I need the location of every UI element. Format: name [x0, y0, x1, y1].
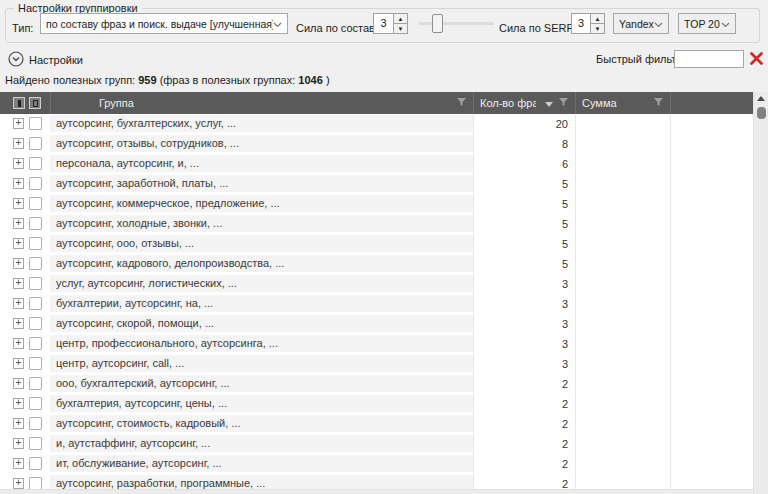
table-row[interactable]: + бухгалтерия, аутсорсинг, цены, ... 2	[0, 394, 753, 414]
table-row[interactable]: + аутсорсинг, бухгалтерских, услуг, ... …	[0, 114, 753, 134]
quick-filter-input[interactable]	[674, 50, 744, 68]
type-label: Тип:	[12, 18, 33, 39]
row-checkbox[interactable]	[29, 157, 42, 170]
row-checkbox[interactable]	[29, 417, 42, 430]
column-header-count[interactable]: Кол-во фра	[473, 92, 575, 114]
expand-row-icon[interactable]: +	[13, 198, 24, 209]
group-name-cell: аутсорсинг, бухгалтерских, услуг, ...	[50, 115, 473, 132]
table-row[interactable]: + аутсорсинг, заработной, платы, ... 5	[0, 174, 753, 194]
expand-row-icon[interactable]: +	[13, 478, 24, 489]
row-checkbox[interactable]	[29, 217, 42, 230]
group-name-cell: центр, профессионального, аутсорсинга, .…	[50, 335, 473, 352]
table-row[interactable]: + аутсорсинг, отзывы, сотрудников, ... 8	[0, 134, 753, 154]
expand-row-icon[interactable]: +	[13, 358, 24, 369]
strength-serp-label: Сила по SERP:	[499, 18, 577, 39]
table-row[interactable]: + услуг, аутсорсинг, логистических, ... …	[0, 274, 753, 294]
phrase-count-cell: 5	[473, 234, 575, 254]
row-checkbox[interactable]	[29, 457, 42, 470]
expand-row-icon[interactable]: +	[13, 278, 24, 289]
horizontal-scrollbar[interactable]	[0, 489, 753, 494]
row-checkbox[interactable]	[29, 117, 42, 130]
clear-filter-button[interactable]	[749, 51, 765, 67]
row-checkbox[interactable]	[29, 337, 42, 350]
column-header-sum[interactable]: Сумма	[575, 92, 670, 114]
table-row[interactable]: + аутсорсинг, холодные, звонки, ... 5	[0, 214, 753, 234]
scroll-up-icon[interactable]	[754, 92, 768, 105]
expand-all-icon[interactable]	[29, 97, 41, 109]
table-row[interactable]: + аутсорсинг, ооо, отзывы, ... 5	[0, 234, 753, 254]
stepper-down-icon[interactable]: ▼	[394, 24, 407, 33]
top-depth-select[interactable]: TOP 20	[678, 13, 736, 34]
row-checkbox[interactable]	[29, 197, 42, 210]
expand-row-icon[interactable]: +	[13, 338, 24, 349]
sort-descending-icon[interactable]	[545, 97, 553, 109]
table-row[interactable]: + аутсорсинг, стоимость, кадровый, ... 2	[0, 414, 753, 434]
table-row[interactable]: + персонала, аутсорсинг, и, ... 6	[0, 154, 753, 174]
row-checkbox[interactable]	[29, 277, 42, 290]
strength-composition-stepper[interactable]: 3 ▲ ▼	[373, 13, 408, 34]
table-row[interactable]: + центр, аутсорсинг, call, ... 3	[0, 354, 753, 374]
phrase-count-cell: 3	[473, 334, 575, 354]
row-checkbox[interactable]	[29, 377, 42, 390]
vertical-scrollbar[interactable]	[753, 92, 768, 494]
group-name-cell: и, аутстаффинг, аутсорсинг, ...	[50, 435, 473, 452]
expand-row-icon[interactable]: +	[13, 458, 24, 469]
slider-thumb[interactable]	[432, 14, 443, 33]
group-name-cell: аутсорсинг, кадрового, делопроизводства,…	[50, 255, 473, 272]
row-checkbox[interactable]	[29, 317, 42, 330]
slider-track[interactable]	[419, 22, 494, 25]
settings-expander-label: Настройки	[29, 54, 83, 66]
expand-row-icon[interactable]: +	[13, 218, 24, 229]
table-row[interactable]: + аутсорсинг, скорой, помощи, ... 3	[0, 314, 753, 334]
row-checkbox[interactable]	[29, 237, 42, 250]
group-name-cell: аутсорсинг, скорой, помощи, ...	[50, 315, 473, 332]
settings-expander[interactable]: Настройки	[8, 51, 83, 69]
filter-funnel-icon[interactable]	[456, 97, 467, 109]
row-checkbox[interactable]	[29, 357, 42, 370]
groups-table: + аутсорсинг, бухгалтерских, услуг, ... …	[0, 114, 753, 494]
strength-serp-stepper[interactable]: 3 ▲ ▼	[571, 13, 605, 34]
filter-funnel-icon[interactable]	[558, 97, 569, 109]
table-row[interactable]: + аутсорсинг, кадрового, делопроизводств…	[0, 254, 753, 274]
strength-slider[interactable]	[419, 13, 494, 34]
expand-row-icon[interactable]: +	[13, 298, 24, 309]
grouping-type-value: по составу фраз и поиск. выдаче [улучшен…	[46, 18, 273, 30]
expand-row-icon[interactable]: +	[13, 418, 24, 429]
expand-row-icon[interactable]: +	[13, 398, 24, 409]
table-row[interactable]: + ит, обслуживание, аутсорсинг, ... 2	[0, 454, 753, 474]
group-name-cell: аутсорсинг, заработной, платы, ...	[50, 175, 473, 192]
column-header-group[interactable]: Группа	[50, 92, 473, 114]
expand-row-icon[interactable]: +	[13, 318, 24, 329]
table-row[interactable]: + ооо, бухгалтерский, аутсорсинг, ... 2	[0, 374, 753, 394]
expand-row-icon[interactable]: +	[13, 258, 24, 269]
expand-row-icon[interactable]: +	[13, 138, 24, 149]
row-checkbox[interactable]	[29, 297, 42, 310]
stepper-down-icon[interactable]: ▼	[591, 24, 604, 33]
table-row[interactable]: + и, аутстаффинг, аутсорсинг, ... 2	[0, 434, 753, 454]
grouping-type-select[interactable]: по составу фраз и поиск. выдаче [улучшен…	[40, 13, 288, 34]
group-name-cell: услуг, аутсорсинг, логистических, ...	[50, 275, 473, 292]
expand-row-icon[interactable]: +	[13, 378, 24, 389]
row-checkbox[interactable]	[29, 177, 42, 190]
table-row[interactable]: + бухгалтерии, аутсорсинг, на, ... 3	[0, 294, 753, 314]
row-checkbox[interactable]	[29, 257, 42, 270]
search-engine-select[interactable]: Yandex	[613, 13, 669, 34]
stepper-up-icon[interactable]: ▲	[591, 14, 604, 24]
phrase-count-cell: 2	[473, 394, 575, 414]
row-checkbox[interactable]	[29, 137, 42, 150]
scrollbar-thumb[interactable]	[757, 107, 766, 119]
row-checkbox[interactable]	[29, 397, 42, 410]
collapse-all-icon[interactable]	[13, 97, 25, 109]
table-row[interactable]: + аутсорсинг, коммерческое, предложение,…	[0, 194, 753, 214]
expand-row-icon[interactable]: +	[13, 158, 24, 169]
expand-row-icon[interactable]: +	[13, 118, 24, 129]
filter-funnel-icon[interactable]	[653, 97, 664, 109]
table-row[interactable]: + центр, профессионального, аутсорсинга,…	[0, 334, 753, 354]
row-checkbox[interactable]	[29, 437, 42, 450]
expand-row-icon[interactable]: +	[13, 178, 24, 189]
strength-serp-value: 3	[572, 14, 590, 33]
stepper-up-icon[interactable]: ▲	[394, 14, 407, 24]
expand-row-icon[interactable]: +	[13, 438, 24, 449]
expand-row-icon[interactable]: +	[13, 238, 24, 249]
phrase-count-cell: 2	[473, 414, 575, 434]
